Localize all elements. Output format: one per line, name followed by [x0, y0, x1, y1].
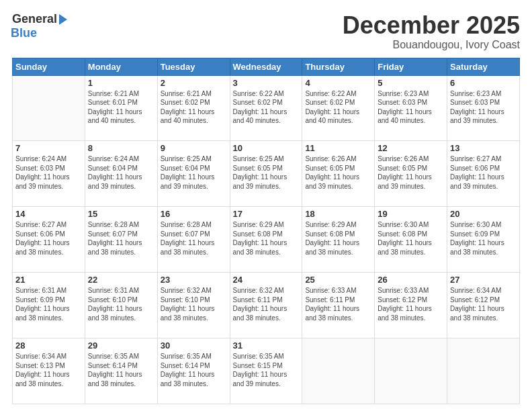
day-number: 2: [161, 78, 227, 88]
calendar-cell: 22Sunrise: 6:31 AM Sunset: 6:10 PM Dayli…: [85, 273, 157, 338]
calendar-cell: 21Sunrise: 6:31 AM Sunset: 6:09 PM Dayli…: [13, 273, 85, 338]
calendar-cell: 10Sunrise: 6:25 AM Sunset: 6:05 PM Dayli…: [230, 141, 302, 207]
calendar-table: SundayMondayTuesdayWednesdayThursdayFrid…: [12, 58, 520, 404]
header: General Blue December 2025 Bouandougou, …: [12, 12, 520, 51]
calendar-cell: 20Sunrise: 6:30 AM Sunset: 6:09 PM Dayli…: [447, 207, 520, 273]
day-info: Sunrise: 6:35 AM Sunset: 6:14 PM Dayligh…: [161, 352, 227, 388]
day-info: Sunrise: 6:26 AM Sunset: 6:05 PM Dayligh…: [305, 154, 371, 191]
calendar-cell: 23Sunrise: 6:32 AM Sunset: 6:10 PM Dayli…: [157, 273, 230, 338]
calendar-cell: 2Sunrise: 6:21 AM Sunset: 6:02 PM Daylig…: [157, 75, 230, 141]
calendar-cell: 5Sunrise: 6:23 AM Sunset: 6:03 PM Daylig…: [375, 75, 447, 141]
logo-blue-text: Blue: [11, 26, 37, 40]
calendar-cell: 13Sunrise: 6:27 AM Sunset: 6:06 PM Dayli…: [447, 141, 520, 207]
day-number: 15: [88, 209, 154, 219]
day-info: Sunrise: 6:32 AM Sunset: 6:10 PM Dayligh…: [161, 286, 227, 322]
day-info: Sunrise: 6:22 AM Sunset: 6:02 PM Dayligh…: [233, 89, 300, 126]
day-info: Sunrise: 6:33 AM Sunset: 6:11 PM Dayligh…: [305, 286, 371, 322]
day-info: Sunrise: 6:29 AM Sunset: 6:08 PM Dayligh…: [305, 220, 371, 257]
calendar-cell: 24Sunrise: 6:32 AM Sunset: 6:11 PM Dayli…: [230, 273, 302, 338]
day-number: 23: [161, 275, 227, 285]
day-number: 19: [378, 209, 444, 219]
col-header-tuesday: Tuesday: [157, 58, 230, 75]
day-number: 21: [15, 275, 82, 285]
calendar-cell: [13, 75, 85, 141]
calendar-header-row: SundayMondayTuesdayWednesdayThursdayFrid…: [13, 58, 520, 75]
logo-general-text: General: [12, 12, 57, 26]
col-header-sunday: Sunday: [13, 58, 85, 75]
day-info: Sunrise: 6:30 AM Sunset: 6:09 PM Dayligh…: [450, 220, 517, 257]
day-info: Sunrise: 6:34 AM Sunset: 6:12 PM Dayligh…: [450, 286, 517, 322]
calendar-cell: 30Sunrise: 6:35 AM Sunset: 6:14 PM Dayli…: [157, 338, 230, 404]
day-number: 17: [233, 209, 300, 219]
logo-arrow-icon: [59, 14, 67, 25]
day-number: 1: [88, 78, 154, 88]
day-info: Sunrise: 6:31 AM Sunset: 6:09 PM Dayligh…: [15, 286, 82, 322]
calendar-cell: [447, 338, 520, 404]
calendar-week-row: 7Sunrise: 6:24 AM Sunset: 6:03 PM Daylig…: [13, 141, 520, 207]
calendar-cell: 7Sunrise: 6:24 AM Sunset: 6:03 PM Daylig…: [13, 141, 85, 207]
day-number: 11: [305, 143, 371, 153]
calendar-week-row: 1Sunrise: 6:21 AM Sunset: 6:01 PM Daylig…: [13, 75, 520, 141]
day-number: 18: [305, 209, 371, 219]
day-info: Sunrise: 6:28 AM Sunset: 6:07 PM Dayligh…: [161, 220, 227, 257]
day-number: 10: [233, 143, 300, 153]
day-info: Sunrise: 6:25 AM Sunset: 6:04 PM Dayligh…: [161, 154, 227, 191]
day-info: Sunrise: 6:32 AM Sunset: 6:11 PM Dayligh…: [233, 286, 300, 322]
day-number: 6: [450, 78, 517, 88]
page: General Blue December 2025 Bouandougou, …: [0, 0, 532, 411]
calendar-cell: 27Sunrise: 6:34 AM Sunset: 6:12 PM Dayli…: [447, 273, 520, 338]
day-number: 4: [305, 78, 371, 88]
day-number: 8: [88, 143, 154, 153]
day-number: 24: [233, 275, 300, 285]
col-header-thursday: Thursday: [302, 58, 375, 75]
calendar-cell: 16Sunrise: 6:28 AM Sunset: 6:07 PM Dayli…: [157, 207, 230, 273]
day-info: Sunrise: 6:21 AM Sunset: 6:02 PM Dayligh…: [161, 89, 227, 126]
day-info: Sunrise: 6:21 AM Sunset: 6:01 PM Dayligh…: [88, 89, 154, 126]
calendar-cell: 28Sunrise: 6:34 AM Sunset: 6:13 PM Dayli…: [13, 338, 85, 404]
col-header-monday: Monday: [85, 58, 157, 75]
day-number: 3: [233, 78, 300, 88]
day-info: Sunrise: 6:35 AM Sunset: 6:15 PM Dayligh…: [233, 352, 300, 388]
calendar-cell: 17Sunrise: 6:29 AM Sunset: 6:08 PM Dayli…: [230, 207, 302, 273]
day-number: 29: [88, 340, 154, 351]
col-header-friday: Friday: [375, 58, 447, 75]
day-number: 20: [450, 209, 517, 219]
day-number: 14: [15, 209, 82, 219]
calendar-cell: [302, 338, 375, 404]
day-number: 31: [233, 340, 300, 351]
day-info: Sunrise: 6:29 AM Sunset: 6:08 PM Dayligh…: [233, 220, 300, 257]
calendar-cell: 29Sunrise: 6:35 AM Sunset: 6:14 PM Dayli…: [85, 338, 157, 404]
day-number: 7: [15, 143, 82, 153]
calendar-cell: 31Sunrise: 6:35 AM Sunset: 6:15 PM Dayli…: [230, 338, 302, 404]
day-number: 13: [450, 143, 517, 153]
col-header-wednesday: Wednesday: [230, 58, 302, 75]
logo: General Blue: [12, 12, 67, 40]
calendar-cell: 12Sunrise: 6:26 AM Sunset: 6:05 PM Dayli…: [375, 141, 447, 207]
calendar-cell: 9Sunrise: 6:25 AM Sunset: 6:04 PM Daylig…: [157, 141, 230, 207]
calendar-cell: 11Sunrise: 6:26 AM Sunset: 6:05 PM Dayli…: [302, 141, 375, 207]
calendar-cell: 15Sunrise: 6:28 AM Sunset: 6:07 PM Dayli…: [85, 207, 157, 273]
calendar-cell: 26Sunrise: 6:33 AM Sunset: 6:12 PM Dayli…: [375, 273, 447, 338]
day-number: 16: [161, 209, 227, 219]
day-info: Sunrise: 6:35 AM Sunset: 6:14 PM Dayligh…: [88, 352, 154, 388]
calendar-cell: 6Sunrise: 6:23 AM Sunset: 6:03 PM Daylig…: [447, 75, 520, 141]
day-info: Sunrise: 6:31 AM Sunset: 6:10 PM Dayligh…: [88, 286, 154, 322]
calendar-cell: 8Sunrise: 6:24 AM Sunset: 6:04 PM Daylig…: [85, 141, 157, 207]
calendar-cell: 18Sunrise: 6:29 AM Sunset: 6:08 PM Dayli…: [302, 207, 375, 273]
day-info: Sunrise: 6:28 AM Sunset: 6:07 PM Dayligh…: [88, 220, 154, 257]
day-number: 9: [161, 143, 227, 153]
calendar-week-row: 28Sunrise: 6:34 AM Sunset: 6:13 PM Dayli…: [13, 338, 520, 404]
day-number: 27: [450, 275, 517, 285]
calendar-cell: [375, 338, 447, 404]
day-info: Sunrise: 6:33 AM Sunset: 6:12 PM Dayligh…: [378, 286, 444, 322]
calendar-cell: 14Sunrise: 6:27 AM Sunset: 6:06 PM Dayli…: [13, 207, 85, 273]
calendar-cell: 1Sunrise: 6:21 AM Sunset: 6:01 PM Daylig…: [85, 75, 157, 141]
day-info: Sunrise: 6:23 AM Sunset: 6:03 PM Dayligh…: [378, 89, 444, 126]
col-header-saturday: Saturday: [447, 58, 520, 75]
calendar-cell: 25Sunrise: 6:33 AM Sunset: 6:11 PM Dayli…: [302, 273, 375, 338]
day-info: Sunrise: 6:27 AM Sunset: 6:06 PM Dayligh…: [450, 154, 517, 191]
day-info: Sunrise: 6:23 AM Sunset: 6:03 PM Dayligh…: [450, 89, 517, 126]
day-number: 25: [305, 275, 371, 285]
title-area: December 2025 Bouandougou, Ivory Coast: [343, 12, 520, 51]
day-info: Sunrise: 6:22 AM Sunset: 6:02 PM Dayligh…: [305, 89, 371, 126]
